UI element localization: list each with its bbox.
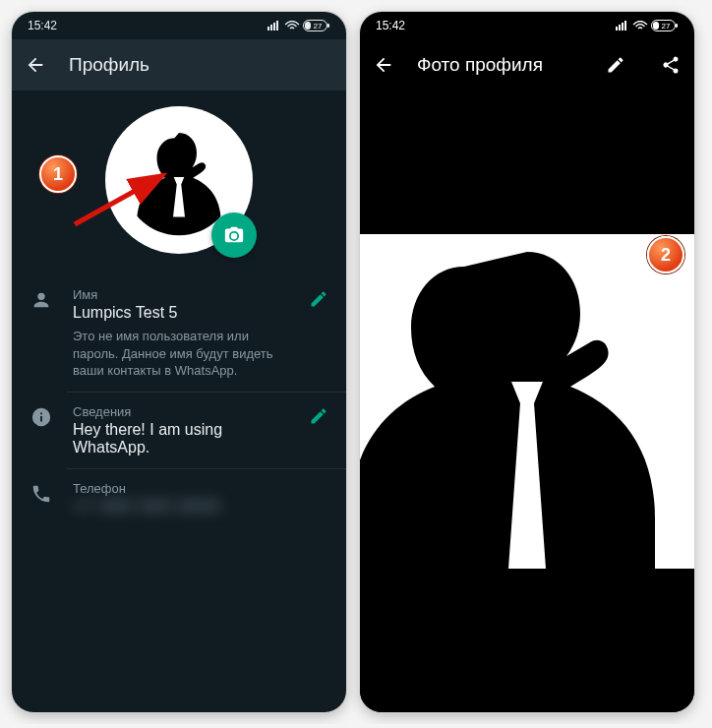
- svg-text:27: 27: [662, 22, 671, 30]
- phone-value: +7 000 000 0000: [73, 498, 330, 516]
- svg-rect-11: [616, 27, 618, 30]
- pencil-icon: [309, 289, 328, 309]
- svg-rect-0: [267, 27, 269, 30]
- share-photo-button[interactable]: [659, 53, 682, 77]
- annotation-arrow-icon: [69, 167, 177, 236]
- appbar-title: Фото профиля: [417, 54, 582, 76]
- name-label: Имя: [73, 287, 287, 302]
- svg-rect-13: [622, 23, 623, 30]
- name-help: Это не имя пользователя или пароль. Данн…: [73, 328, 287, 380]
- annotation-badge-2: 2: [647, 236, 684, 273]
- pencil-icon: [606, 55, 625, 75]
- phone-label: Телефон: [73, 481, 330, 496]
- phone-photo-viewer-screen: 15:42 27 Фото профиля 2: [360, 12, 694, 712]
- profile-photo: [360, 234, 694, 569]
- svg-rect-14: [624, 21, 626, 30]
- person-icon: [30, 287, 53, 311]
- statusbar: 15:42 27: [360, 12, 694, 39]
- name-row[interactable]: Имя Lumpics Test 5 Это не имя пользовате…: [12, 275, 346, 392]
- statusbar: 15:42 27: [12, 12, 346, 39]
- edit-photo-button[interactable]: [604, 53, 627, 77]
- svg-rect-18: [676, 24, 678, 28]
- svg-rect-7: [327, 24, 329, 28]
- appbar-title: Профиль: [69, 54, 334, 76]
- status-time: 15:42: [28, 19, 57, 32]
- svg-rect-3: [276, 21, 278, 30]
- share-icon: [661, 55, 681, 75]
- edit-about-button[interactable]: [307, 404, 330, 426]
- about-row[interactable]: Сведения Hey there! I am using WhatsApp.: [12, 393, 346, 468]
- annotation-badge-1: 1: [39, 155, 77, 193]
- appbar: Профиль: [12, 39, 346, 91]
- avatar-section: 1: [12, 91, 346, 275]
- edit-name-button[interactable]: [307, 287, 330, 309]
- back-button[interactable]: [372, 53, 395, 77]
- svg-rect-12: [619, 25, 621, 30]
- svg-rect-1: [270, 25, 272, 30]
- phone-profile-screen: 15:42 27 Профиль: [12, 12, 346, 712]
- change-photo-button[interactable]: [211, 212, 257, 258]
- status-time: 15:42: [376, 19, 405, 32]
- about-label: Сведения: [73, 404, 287, 419]
- status-icons: 27: [616, 20, 679, 31]
- phone-icon: [30, 481, 53, 505]
- appbar: Фото профиля: [360, 39, 694, 91]
- name-value: Lumpics Test 5: [73, 304, 287, 322]
- back-button[interactable]: [24, 53, 47, 77]
- svg-text:27: 27: [314, 22, 323, 30]
- svg-rect-5: [305, 22, 311, 30]
- svg-rect-16: [653, 22, 659, 30]
- svg-rect-2: [273, 23, 275, 30]
- photo-viewer[interactable]: [360, 91, 694, 712]
- status-icons: 27: [267, 20, 330, 31]
- avatar-silhouette-icon: [360, 234, 694, 569]
- camera-icon: [223, 224, 245, 246]
- phone-row[interactable]: Телефон +7 000 000 0000: [12, 469, 346, 527]
- pencil-icon: [309, 406, 328, 426]
- svg-line-10: [75, 175, 163, 224]
- info-icon: [30, 404, 53, 428]
- about-value: Hey there! I am using WhatsApp.: [73, 421, 287, 456]
